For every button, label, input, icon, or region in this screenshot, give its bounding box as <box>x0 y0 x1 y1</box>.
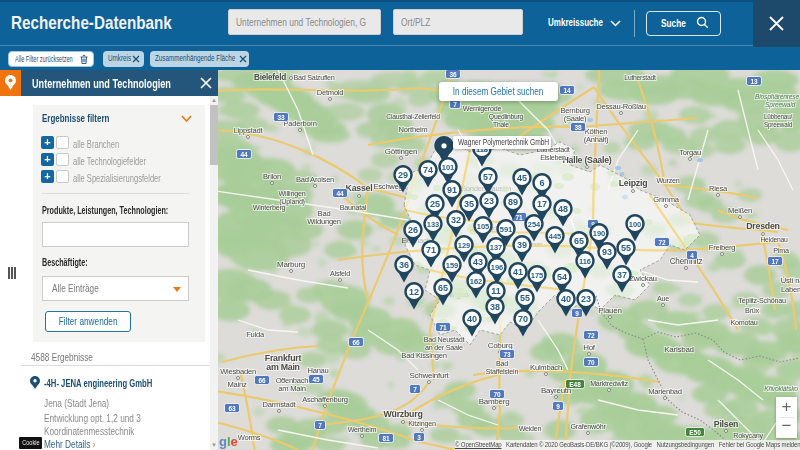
svg-text:38: 38 <box>574 124 582 131</box>
svg-text:71: 71 <box>515 214 523 221</box>
svg-text:Fulda: Fulda <box>246 330 265 339</box>
svg-text:35: 35 <box>464 199 474 209</box>
svg-text:44: 44 <box>240 151 248 158</box>
svg-text:am Main: am Main <box>278 384 305 393</box>
svg-text:32: 32 <box>451 215 461 225</box>
svg-text:66: 66 <box>258 377 266 384</box>
svg-text:Ústí na: Ústí na <box>781 276 800 285</box>
svg-text:133: 133 <box>427 220 440 229</box>
svg-text:48: 48 <box>558 204 568 214</box>
svg-text:13: 13 <box>750 78 758 85</box>
svg-text:Křivoklátsko: Křivoklátsko <box>764 385 798 392</box>
svg-text:9: 9 <box>575 310 579 317</box>
svg-text:(Saale): (Saale) <box>564 114 587 123</box>
svg-text:Aue: Aue <box>657 294 669 303</box>
svg-text:44: 44 <box>336 190 344 197</box>
svg-text:Weiden: Weiden <box>519 424 542 433</box>
svg-text:Hof: Hof <box>583 343 596 352</box>
svg-text:6: 6 <box>539 178 544 188</box>
svg-text:36: 36 <box>399 260 409 270</box>
svg-text:Leipzig: Leipzig <box>619 178 648 188</box>
svg-text:Mainz: Mainz <box>227 380 246 389</box>
svg-text:254: 254 <box>528 220 541 229</box>
svg-text:Halle (Saale): Halle (Saale) <box>562 155 611 165</box>
svg-text:Komotau: Komotau <box>730 318 757 327</box>
svg-text:3: 3 <box>417 434 421 441</box>
svg-text:23: 23 <box>581 294 591 304</box>
svg-text:7: 7 <box>453 101 457 108</box>
svg-text:81: 81 <box>382 435 390 442</box>
svg-text:190: 190 <box>593 229 606 238</box>
svg-text:41: 41 <box>513 267 523 277</box>
svg-text:39: 39 <box>517 240 527 250</box>
svg-text:Wurzen: Wurzen <box>656 176 679 185</box>
svg-text:Plauen: Plauen <box>598 306 621 315</box>
svg-text:40: 40 <box>467 314 477 324</box>
svg-text:66: 66 <box>352 339 360 346</box>
svg-text:Bad Arolsen: Bad Arolsen <box>296 175 334 184</box>
svg-text:Grafenwöhr: Grafenwöhr <box>570 422 606 431</box>
svg-text:E48: E48 <box>569 381 581 388</box>
svg-text:Eisleben: Eisleben <box>540 153 566 162</box>
svg-text:74: 74 <box>423 165 433 175</box>
svg-text:591: 591 <box>500 225 513 234</box>
svg-text:162: 162 <box>470 277 483 286</box>
svg-text:Dresden: Dresden <box>746 221 779 231</box>
svg-text:29: 29 <box>398 170 408 180</box>
svg-text:445: 445 <box>549 232 562 241</box>
svg-text:Bielefeld: Bielefeld <box>254 73 286 82</box>
svg-text:Lippstadt: Lippstadt <box>234 126 264 135</box>
svg-text:Meißen: Meißen <box>728 206 752 215</box>
svg-text:91: 91 <box>447 185 457 195</box>
svg-text:Spreewald: Spreewald <box>764 121 793 129</box>
svg-text:137: 137 <box>490 243 503 252</box>
svg-text:Dessau-Roßlau: Dessau-Roßlau <box>596 102 646 111</box>
svg-text:116: 116 <box>579 257 591 266</box>
svg-text:Detmold: Detmold <box>317 88 344 97</box>
svg-text:Teplitz-Schönau: Teplitz-Schönau <box>738 296 786 305</box>
svg-text:Bad Salzuflen: Bad Salzuflen <box>293 73 334 82</box>
svg-text:7: 7 <box>318 422 322 429</box>
svg-text:Coburg: Coburg <box>488 341 513 350</box>
svg-text:Darmstadt: Darmstadt <box>263 400 297 409</box>
svg-text:25: 25 <box>430 199 440 209</box>
svg-text:Alsfeld: Alsfeld <box>330 269 350 278</box>
svg-text:54: 54 <box>557 272 567 282</box>
svg-text:65: 65 <box>438 283 448 293</box>
svg-text:(Anhalt): (Anhalt) <box>584 135 609 144</box>
svg-text:73: 73 <box>503 351 511 358</box>
svg-text:E50: E50 <box>689 429 701 436</box>
svg-text:Marienbad: Marienbad <box>648 387 682 396</box>
svg-text:45: 45 <box>312 376 320 383</box>
svg-text:9: 9 <box>556 403 560 410</box>
svg-text:Lübbenau/: Lübbenau/ <box>764 113 792 120</box>
svg-text:33: 33 <box>277 114 285 121</box>
svg-text:Labem: Labem <box>781 285 800 294</box>
svg-text:100: 100 <box>629 220 642 229</box>
svg-text:Baunatal: Baunatal <box>340 203 367 212</box>
svg-text:26: 26 <box>408 225 418 235</box>
svg-text:175: 175 <box>531 271 544 280</box>
svg-text:159: 159 <box>446 261 459 270</box>
svg-text:36: 36 <box>449 71 457 78</box>
svg-text:Clausthal-Zellerfeld: Clausthal-Zellerfeld <box>386 113 440 120</box>
svg-text:Schweinfurt: Schweinfurt <box>409 371 449 380</box>
svg-text:17: 17 <box>771 258 779 265</box>
svg-text:93: 93 <box>602 247 612 257</box>
svg-text:Pilsen: Pilsen <box>714 419 738 429</box>
svg-text:Pirna: Pirna <box>773 246 789 255</box>
svg-text:Rokycany: Rokycany <box>733 431 763 440</box>
svg-text:12: 12 <box>409 287 419 297</box>
svg-text:Thale: Thale <box>493 121 509 128</box>
svg-text:45: 45 <box>517 173 527 183</box>
svg-text:Zwickau: Zwickau <box>629 274 657 283</box>
svg-text:Hanau: Hanau <box>307 366 328 375</box>
svg-text:57: 57 <box>483 172 493 182</box>
svg-text:Torgau: Torgau <box>679 148 701 157</box>
svg-text:72: 72 <box>587 332 595 339</box>
svg-text:4: 4 <box>690 252 694 259</box>
svg-text:14: 14 <box>563 87 571 94</box>
svg-text:Marktredwitz: Marktredwitz <box>590 379 628 388</box>
svg-text:101: 101 <box>442 163 455 172</box>
svg-text:Winterberg: Winterberg <box>253 203 286 212</box>
